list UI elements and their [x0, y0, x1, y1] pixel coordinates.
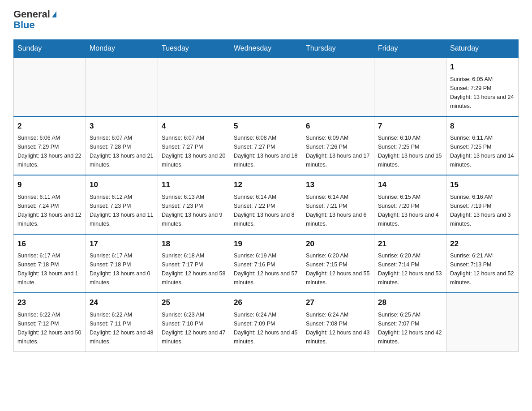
day-number: 14	[378, 179, 442, 191]
day-number: 3	[90, 120, 154, 132]
day-info: Sunrise: 6:23 AMSunset: 7:10 PMDaylight:…	[162, 310, 226, 346]
calendar-header: SundayMondayTuesdayWednesdayThursdayFrid…	[14, 40, 519, 58]
calendar-cell: 5Sunrise: 6:08 AMSunset: 7:27 PMDaylight…	[230, 116, 302, 176]
day-info: Sunrise: 6:20 AMSunset: 7:14 PMDaylight:…	[378, 251, 442, 287]
day-number: 10	[90, 179, 154, 191]
calendar-cell: 1Sunrise: 6:05 AMSunset: 7:29 PMDaylight…	[446, 57, 519, 116]
day-number: 16	[17, 238, 82, 250]
calendar-cell: 13Sunrise: 6:14 AMSunset: 7:21 PMDayligh…	[302, 175, 374, 234]
day-number: 19	[234, 238, 298, 250]
calendar-cell: 23Sunrise: 6:22 AMSunset: 7:12 PMDayligh…	[14, 293, 86, 351]
day-info: Sunrise: 6:20 AMSunset: 7:15 PMDaylight:…	[306, 251, 370, 287]
day-info: Sunrise: 6:12 AMSunset: 7:23 PMDaylight:…	[90, 193, 154, 228]
calendar-cell	[374, 57, 446, 116]
calendar-table: SundayMondayTuesdayWednesdayThursdayFrid…	[13, 39, 519, 352]
logo-blue-text: Blue	[13, 20, 56, 30]
calendar-cell	[86, 57, 158, 116]
day-number: 15	[450, 179, 515, 191]
day-number: 23	[17, 297, 82, 308]
day-of-week-header: Saturday	[446, 40, 519, 58]
day-of-week-header: Tuesday	[158, 40, 230, 58]
calendar-cell	[14, 57, 86, 116]
day-info: Sunrise: 6:14 AMSunset: 7:21 PMDaylight:…	[306, 193, 370, 228]
day-of-week-header: Sunday	[14, 40, 86, 58]
calendar-cell: 19Sunrise: 6:19 AMSunset: 7:16 PMDayligh…	[230, 234, 302, 293]
day-info: Sunrise: 6:19 AMSunset: 7:16 PMDaylight:…	[234, 251, 298, 287]
calendar-week-row: 1Sunrise: 6:05 AMSunset: 7:29 PMDaylight…	[14, 57, 519, 116]
day-info: Sunrise: 6:15 AMSunset: 7:20 PMDaylight:…	[378, 193, 442, 228]
calendar-cell: 22Sunrise: 6:21 AMSunset: 7:13 PMDayligh…	[446, 234, 519, 293]
day-info: Sunrise: 6:11 AMSunset: 7:24 PMDaylight:…	[17, 193, 82, 228]
day-info: Sunrise: 6:22 AMSunset: 7:12 PMDaylight:…	[17, 310, 82, 346]
calendar-cell: 14Sunrise: 6:15 AMSunset: 7:20 PMDayligh…	[374, 175, 446, 234]
calendar-cell: 28Sunrise: 6:25 AMSunset: 7:07 PMDayligh…	[374, 293, 446, 351]
page-header: General Blue	[13, 9, 519, 30]
day-info: Sunrise: 6:16 AMSunset: 7:19 PMDaylight:…	[450, 193, 515, 228]
calendar-cell: 24Sunrise: 6:22 AMSunset: 7:11 PMDayligh…	[86, 293, 158, 351]
day-number: 5	[234, 120, 298, 132]
day-number: 25	[162, 297, 226, 308]
calendar-cell: 27Sunrise: 6:24 AMSunset: 7:08 PMDayligh…	[302, 293, 374, 351]
days-of-week-row: SundayMondayTuesdayWednesdayThursdayFrid…	[14, 40, 519, 58]
day-number: 20	[306, 238, 370, 250]
logo: General Blue	[13, 9, 56, 30]
calendar-cell: 18Sunrise: 6:18 AMSunset: 7:17 PMDayligh…	[158, 234, 230, 293]
day-number: 12	[234, 179, 298, 191]
day-number: 6	[306, 120, 370, 132]
calendar-cell: 4Sunrise: 6:07 AMSunset: 7:27 PMDaylight…	[158, 116, 230, 176]
day-number: 1	[450, 61, 515, 73]
day-number: 2	[17, 120, 82, 132]
day-info: Sunrise: 6:22 AMSunset: 7:11 PMDaylight:…	[90, 310, 154, 346]
calendar-cell	[158, 57, 230, 116]
day-number: 21	[378, 238, 442, 250]
calendar-cell: 16Sunrise: 6:17 AMSunset: 7:18 PMDayligh…	[14, 234, 86, 293]
logo-triangle-icon	[52, 11, 56, 17]
calendar-week-row: 16Sunrise: 6:17 AMSunset: 7:18 PMDayligh…	[14, 234, 519, 293]
calendar-cell: 20Sunrise: 6:20 AMSunset: 7:15 PMDayligh…	[302, 234, 374, 293]
day-info: Sunrise: 6:24 AMSunset: 7:08 PMDaylight:…	[306, 310, 370, 346]
day-number: 13	[306, 179, 370, 191]
calendar-week-row: 23Sunrise: 6:22 AMSunset: 7:12 PMDayligh…	[14, 293, 519, 351]
calendar-cell: 8Sunrise: 6:11 AMSunset: 7:25 PMDaylight…	[446, 116, 519, 176]
calendar-cell: 10Sunrise: 6:12 AMSunset: 7:23 PMDayligh…	[86, 175, 158, 234]
calendar-cell	[446, 293, 519, 351]
calendar-week-row: 9Sunrise: 6:11 AMSunset: 7:24 PMDaylight…	[14, 175, 519, 234]
day-info: Sunrise: 6:25 AMSunset: 7:07 PMDaylight:…	[378, 310, 442, 346]
calendar-cell	[230, 57, 302, 116]
calendar-cell: 11Sunrise: 6:13 AMSunset: 7:23 PMDayligh…	[158, 175, 230, 234]
day-of-week-header: Monday	[86, 40, 158, 58]
calendar-cell: 15Sunrise: 6:16 AMSunset: 7:19 PMDayligh…	[446, 175, 519, 234]
calendar-cell: 6Sunrise: 6:09 AMSunset: 7:26 PMDaylight…	[302, 116, 374, 176]
day-number: 24	[90, 297, 154, 308]
day-info: Sunrise: 6:09 AMSunset: 7:26 PMDaylight:…	[306, 133, 370, 169]
logo-general-text: General	[13, 9, 50, 20]
calendar-cell: 26Sunrise: 6:24 AMSunset: 7:09 PMDayligh…	[230, 293, 302, 351]
day-number: 11	[162, 179, 226, 191]
day-number: 8	[450, 120, 515, 132]
day-number: 27	[306, 297, 370, 308]
day-info: Sunrise: 6:07 AMSunset: 7:28 PMDaylight:…	[90, 133, 154, 169]
day-number: 28	[378, 297, 442, 308]
calendar-week-row: 2Sunrise: 6:06 AMSunset: 7:29 PMDaylight…	[14, 116, 519, 176]
day-number: 7	[378, 120, 442, 132]
calendar-cell: 17Sunrise: 6:17 AMSunset: 7:18 PMDayligh…	[86, 234, 158, 293]
calendar-cell: 7Sunrise: 6:10 AMSunset: 7:25 PMDaylight…	[374, 116, 446, 176]
calendar-cell: 25Sunrise: 6:23 AMSunset: 7:10 PMDayligh…	[158, 293, 230, 351]
day-info: Sunrise: 6:10 AMSunset: 7:25 PMDaylight:…	[378, 133, 442, 169]
calendar-cell: 3Sunrise: 6:07 AMSunset: 7:28 PMDaylight…	[86, 116, 158, 176]
day-of-week-header: Friday	[374, 40, 446, 58]
day-info: Sunrise: 6:08 AMSunset: 7:27 PMDaylight:…	[234, 133, 298, 169]
calendar-cell: 21Sunrise: 6:20 AMSunset: 7:14 PMDayligh…	[374, 234, 446, 293]
day-info: Sunrise: 6:13 AMSunset: 7:23 PMDaylight:…	[162, 193, 226, 228]
day-info: Sunrise: 6:18 AMSunset: 7:17 PMDaylight:…	[162, 251, 226, 287]
day-info: Sunrise: 6:11 AMSunset: 7:25 PMDaylight:…	[450, 133, 515, 169]
day-info: Sunrise: 6:06 AMSunset: 7:29 PMDaylight:…	[17, 133, 82, 169]
calendar-body: 1Sunrise: 6:05 AMSunset: 7:29 PMDaylight…	[14, 57, 519, 351]
day-number: 26	[234, 297, 298, 308]
day-number: 4	[162, 120, 226, 132]
day-info: Sunrise: 6:17 AMSunset: 7:18 PMDaylight:…	[90, 251, 154, 287]
calendar-cell: 9Sunrise: 6:11 AMSunset: 7:24 PMDaylight…	[14, 175, 86, 234]
day-number: 18	[162, 238, 226, 250]
day-info: Sunrise: 6:21 AMSunset: 7:13 PMDaylight:…	[450, 251, 515, 287]
day-number: 22	[450, 238, 515, 250]
